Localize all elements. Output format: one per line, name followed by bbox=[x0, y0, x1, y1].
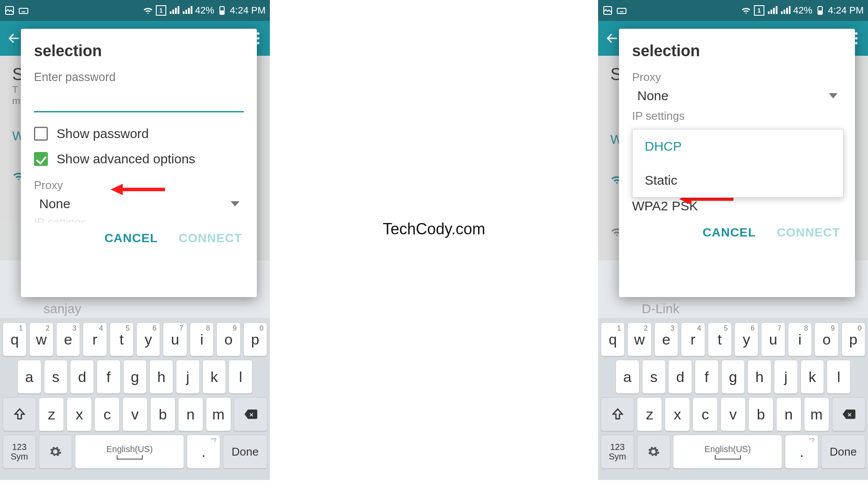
key-n[interactable]: n bbox=[178, 397, 203, 431]
key-q[interactable]: q1 bbox=[601, 322, 625, 356]
key-u[interactable]: u7 bbox=[761, 322, 785, 356]
svg-marker-9 bbox=[111, 184, 123, 195]
wifi-icon bbox=[143, 5, 153, 16]
settings-key[interactable] bbox=[637, 435, 670, 469]
password-label: Enter password bbox=[21, 71, 257, 84]
key-s[interactable]: s bbox=[642, 360, 666, 394]
key-l[interactable]: l bbox=[229, 360, 252, 394]
space-key[interactable]: English(US) bbox=[673, 435, 783, 469]
proxy-dropdown[interactable]: None bbox=[619, 87, 855, 106]
signal-icon-2 bbox=[182, 5, 192, 16]
connect-button[interactable]: CONNECT bbox=[179, 231, 242, 245]
signal-icon-1 bbox=[767, 5, 777, 16]
svg-rect-7 bbox=[819, 11, 821, 14]
key-e[interactable]: e3 bbox=[654, 322, 678, 356]
wifi-connect-dialog: selection Enter password Show password S… bbox=[21, 29, 257, 297]
key-r[interactable]: r4 bbox=[83, 322, 107, 356]
soft-keyboard: q1w2e3r4t5y6u7i8o9p0 asdfghjkl zxcvbnm 1… bbox=[0, 318, 270, 480]
key-v[interactable]: v bbox=[122, 397, 148, 431]
key-a[interactable]: a bbox=[17, 360, 41, 394]
sim-indicator: 1 bbox=[754, 5, 764, 16]
key-r[interactable]: r4 bbox=[681, 322, 705, 356]
key-g[interactable]: g bbox=[721, 360, 745, 394]
period-key[interactable]: ."? bbox=[187, 435, 220, 469]
key-j[interactable]: j bbox=[176, 360, 200, 394]
show-advanced-checkbox[interactable] bbox=[34, 152, 48, 166]
key-p[interactable]: p0 bbox=[841, 322, 865, 356]
ip-option-dhcp[interactable]: DHCP bbox=[632, 129, 843, 163]
key-k[interactable]: k bbox=[202, 360, 226, 394]
back-icon[interactable] bbox=[603, 30, 621, 47]
key-z[interactable]: z bbox=[39, 397, 64, 431]
key-f[interactable]: f bbox=[695, 360, 719, 394]
key-u[interactable]: u7 bbox=[163, 322, 187, 356]
key-i[interactable]: i8 bbox=[788, 322, 812, 356]
key-b[interactable]: b bbox=[748, 397, 774, 431]
battery-icon bbox=[217, 5, 227, 16]
key-q[interactable]: q1 bbox=[3, 322, 27, 356]
key-c[interactable]: c bbox=[94, 397, 120, 431]
backspace-key[interactable] bbox=[832, 397, 865, 431]
key-x[interactable]: x bbox=[67, 397, 92, 431]
cancel-button[interactable]: CANCEL bbox=[104, 231, 158, 245]
ip-settings-menu: DHCP Static bbox=[632, 129, 844, 198]
sim-indicator: 1 bbox=[156, 5, 166, 16]
key-y[interactable]: y6 bbox=[136, 322, 160, 356]
key-p[interactable]: p0 bbox=[243, 322, 267, 356]
screenshot-right: 1 42% 4:24 PM S W selection Proxy None I… bbox=[598, 0, 868, 480]
key-d[interactable]: d bbox=[70, 360, 94, 394]
key-d[interactable]: d bbox=[668, 360, 692, 394]
key-x[interactable]: x bbox=[665, 397, 690, 431]
svg-rect-3 bbox=[221, 11, 223, 14]
svg-rect-5 bbox=[617, 8, 626, 14]
key-l[interactable]: l bbox=[827, 360, 851, 394]
space-key[interactable]: English(US) bbox=[75, 435, 185, 469]
key-o[interactable]: o9 bbox=[814, 322, 838, 356]
shift-key[interactable] bbox=[3, 397, 36, 431]
period-key[interactable]: ."? bbox=[785, 435, 818, 469]
key-c[interactable]: c bbox=[693, 397, 718, 431]
key-m[interactable]: m bbox=[206, 397, 231, 431]
chevron-down-icon bbox=[231, 201, 239, 206]
key-i[interactable]: i8 bbox=[190, 322, 214, 356]
symbol-key[interactable]: 123Sym bbox=[3, 435, 36, 469]
key-e[interactable]: e3 bbox=[56, 322, 80, 356]
signal-icon-1 bbox=[169, 5, 179, 16]
key-f[interactable]: f bbox=[97, 360, 121, 394]
key-h[interactable]: h bbox=[149, 360, 173, 394]
key-k[interactable]: k bbox=[801, 360, 824, 394]
key-j[interactable]: j bbox=[774, 360, 798, 394]
cancel-button[interactable]: CANCEL bbox=[703, 226, 756, 240]
annotation-arrow-icon bbox=[111, 183, 167, 196]
key-v[interactable]: v bbox=[720, 397, 746, 431]
settings-key[interactable] bbox=[39, 435, 72, 469]
symbol-key[interactable]: 123Sym bbox=[601, 435, 634, 469]
key-t[interactable]: t5 bbox=[708, 322, 732, 356]
wifi-list-item-peek: sanjay bbox=[44, 301, 81, 316]
ip-option-static[interactable]: Static bbox=[632, 163, 843, 197]
key-g[interactable]: g bbox=[123, 360, 147, 394]
password-input[interactable] bbox=[34, 92, 244, 112]
key-b[interactable]: b bbox=[150, 397, 175, 431]
done-key[interactable]: Done bbox=[821, 435, 865, 469]
key-z[interactable]: z bbox=[637, 397, 662, 431]
show-password-checkbox[interactable] bbox=[34, 127, 48, 141]
key-h[interactable]: h bbox=[747, 360, 771, 394]
key-s[interactable]: s bbox=[44, 360, 68, 394]
shift-key[interactable] bbox=[601, 397, 634, 431]
key-t[interactable]: t5 bbox=[110, 322, 134, 356]
key-a[interactable]: a bbox=[616, 360, 639, 394]
key-w[interactable]: w2 bbox=[29, 322, 53, 356]
battery-percent: 42% bbox=[793, 5, 812, 16]
key-y[interactable]: y6 bbox=[734, 322, 758, 356]
key-m[interactable]: m bbox=[804, 397, 829, 431]
done-key[interactable]: Done bbox=[223, 435, 267, 469]
backspace-key[interactable] bbox=[234, 397, 267, 431]
clock: 4:24 PM bbox=[230, 5, 266, 16]
back-icon[interactable] bbox=[5, 30, 23, 47]
connect-button[interactable]: CONNECT bbox=[777, 226, 840, 240]
key-o[interactable]: o9 bbox=[216, 322, 240, 356]
proxy-dropdown[interactable]: None bbox=[21, 195, 257, 214]
key-n[interactable]: n bbox=[776, 397, 801, 431]
key-w[interactable]: w2 bbox=[627, 322, 651, 356]
